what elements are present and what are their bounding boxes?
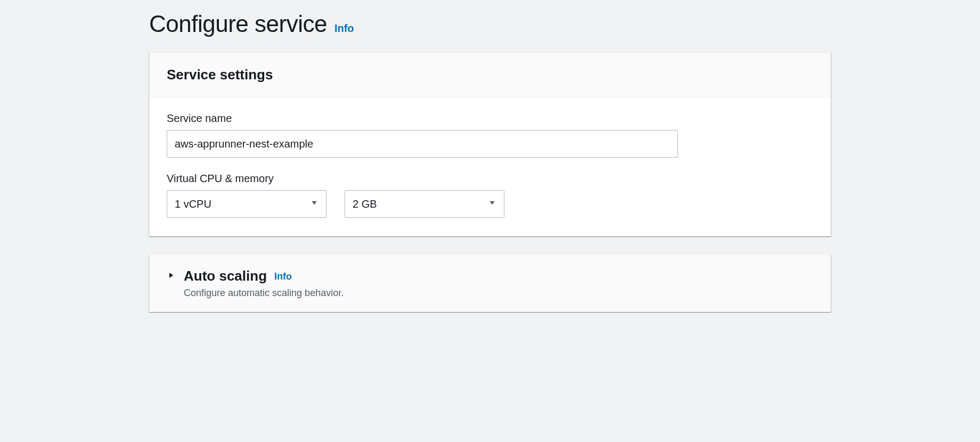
memory-select[interactable]: 2 GB	[345, 190, 504, 218]
info-link[interactable]: Info	[334, 22, 354, 35]
service-settings-panel-body: Service name Virtual CPU & memory 1 vCPU	[150, 97, 830, 236]
cpu-select[interactable]: 1 vCPU	[167, 190, 326, 218]
caret-right-icon	[167, 271, 175, 282]
service-settings-title: Service settings	[167, 67, 813, 83]
cpu-select-wrapper: 1 vCPU	[167, 190, 326, 218]
page-title: Configure service	[149, 11, 327, 37]
cpu-memory-field: Virtual CPU & memory 1 vCPU 2 GB	[167, 173, 813, 218]
service-settings-panel-header: Service settings	[150, 53, 830, 97]
auto-scaling-description: Configure automatic scaling behavior.	[184, 288, 813, 299]
cpu-memory-label: Virtual CPU & memory	[167, 173, 813, 185]
service-name-label: Service name	[167, 112, 813, 125]
auto-scaling-info-link[interactable]: Info	[274, 271, 292, 282]
memory-select-wrapper: 2 GB	[345, 190, 504, 218]
memory-select-value: 2 GB	[353, 198, 377, 210]
cpu-select-value: 1 vCPU	[175, 198, 211, 210]
auto-scaling-toggle[interactable]: Auto scaling	[167, 268, 267, 284]
service-name-field: Service name	[167, 112, 813, 158]
auto-scaling-title: Auto scaling	[184, 268, 267, 284]
page-header: Configure service Info	[149, 11, 831, 37]
auto-scaling-panel: Auto scaling Info Configure automatic sc…	[149, 255, 831, 312]
service-settings-panel: Service settings Service name Virtual CP…	[149, 52, 831, 236]
service-name-input[interactable]	[167, 130, 678, 158]
